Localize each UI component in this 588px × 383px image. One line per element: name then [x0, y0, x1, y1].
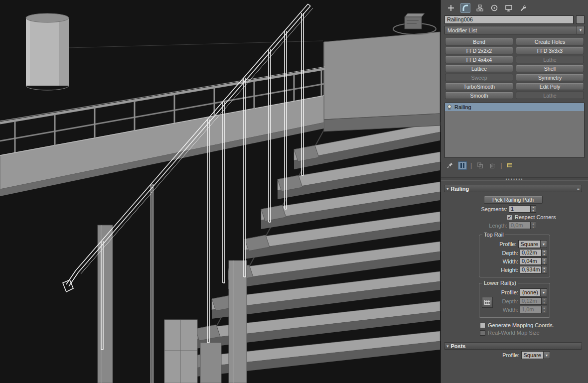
panel-splitter[interactable]: [441, 177, 588, 181]
modifier-button-turbosmooth[interactable]: TurboSmooth: [445, 83, 513, 90]
hierarchy-icon: [476, 4, 484, 12]
modifier-button-edit-poly[interactable]: Edit Poly: [516, 83, 584, 90]
toolbar-separator: |: [500, 161, 502, 169]
viewport-scene: [0, 0, 441, 383]
length-row: Length: 0,0m: [444, 222, 582, 229]
modifier-stack-list[interactable]: Railing: [444, 103, 585, 158]
modifier-stack-item-label: Railing: [454, 104, 471, 110]
tab-hierarchy[interactable]: [475, 3, 485, 13]
railing-rollout-body: Pick Railing Path Segments: 1 Respect Co…: [444, 196, 582, 336]
spinner-down-icon[interactable]: [542, 301, 547, 305]
motion-icon: [490, 4, 498, 12]
lower-rail-depth-input[interactable]: 0,12m: [520, 297, 542, 305]
modifier-button-shell[interactable]: Shell: [516, 65, 584, 72]
right-wall-geometry: [324, 32, 440, 131]
generate-mapping-row: Generate Mapping Coords.: [480, 322, 582, 328]
spinner-down-icon[interactable]: [531, 209, 536, 213]
spinner-down-icon[interactable]: [531, 226, 536, 229]
chevron-down-icon: [540, 289, 547, 296]
top-rail-width-row: Width: 0,04m: [482, 257, 547, 265]
show-end-result-icon[interactable]: [458, 161, 467, 170]
real-world-label: Real-World Map Size: [488, 330, 540, 336]
modifier-button-bend[interactable]: Bend: [445, 38, 513, 45]
profile-label: Profile:: [482, 289, 520, 295]
dropdown-value: (none): [520, 289, 540, 296]
lower-rail-spacing-button[interactable]: [482, 297, 493, 308]
spinner-down-icon[interactable]: [542, 261, 547, 265]
lower-rail-group-title: Lower Rail(s): [482, 280, 518, 286]
modifier-stack-item-railing[interactable]: Railing: [445, 103, 584, 111]
depth-spinner[interactable]: [542, 297, 547, 305]
pick-railing-path-button[interactable]: Pick Railing Path: [484, 196, 543, 204]
width-spinner[interactable]: [542, 257, 547, 265]
object-name-row: Railing006: [441, 14, 588, 25]
modifier-button-create-holes[interactable]: Create Holes: [516, 38, 584, 45]
top-rail-width-input[interactable]: 0,04m: [520, 257, 542, 265]
spinner-down-icon[interactable]: [542, 270, 547, 273]
rollout-header-posts[interactable]: Posts: [444, 342, 582, 350]
dropdown-value: Square: [522, 352, 543, 359]
posts-profile-row: Profile: Square: [479, 351, 550, 359]
top-rail-profile-row: Profile: Square: [482, 240, 547, 248]
object-color-swatch[interactable]: [576, 15, 585, 24]
modifier-list-dropdown[interactable]: Modifier List ▾: [444, 26, 585, 34]
respect-corners-checkbox[interactable]: [507, 215, 512, 220]
spinner-down-icon[interactable]: [542, 253, 547, 256]
modifier-button-lattice[interactable]: Lattice: [445, 65, 513, 72]
spinner-down-icon[interactable]: [542, 310, 547, 313]
real-world-row: Real-World Map Size: [480, 330, 582, 336]
tab-create[interactable]: [446, 3, 456, 13]
depth-label: Depth:: [482, 250, 520, 256]
visibility-bulb-icon[interactable]: [446, 104, 452, 111]
segments-spinner[interactable]: [531, 205, 536, 213]
tab-display[interactable]: [504, 3, 514, 13]
pin-stack-icon[interactable]: [445, 161, 454, 170]
modifier-list-label: Modifier List: [445, 27, 577, 33]
depth-spinner[interactable]: [542, 249, 547, 256]
respect-corners-label: Respect Corners: [515, 214, 556, 220]
posts-profile-dropdown[interactable]: Square: [521, 351, 550, 359]
real-world-checkbox[interactable]: [480, 330, 485, 336]
height-spinner[interactable]: [542, 266, 547, 273]
top-rail-depth-input[interactable]: 0,02m: [520, 249, 542, 256]
rollout-menu-icon[interactable]: ≡: [577, 186, 580, 191]
modifier-button-smooth[interactable]: Smooth: [445, 92, 513, 99]
respect-corners-row: Respect Corners: [444, 214, 582, 220]
chevron-down-icon: [543, 352, 550, 359]
create-icon: [447, 4, 455, 12]
length-input[interactable]: 0,0m: [509, 222, 531, 229]
top-rail-profile-dropdown[interactable]: Square: [518, 240, 547, 248]
make-unique-icon[interactable]: [475, 161, 484, 170]
rollout-header-railing[interactable]: Railing ≡: [444, 185, 582, 192]
width-spinner[interactable]: [542, 306, 547, 313]
tab-motion[interactable]: [489, 3, 499, 13]
display-icon: [505, 4, 513, 12]
lower-rail-profile-dropdown[interactable]: (none): [520, 288, 547, 296]
modifier-button-sweep[interactable]: Sweep: [445, 74, 513, 81]
modifier-button-lathe-1[interactable]: Lathe: [516, 56, 584, 63]
utilities-icon: [519, 4, 527, 12]
generate-mapping-checkbox[interactable]: [480, 323, 485, 328]
modifier-button-ffd-4x4x4[interactable]: FFD 4x4x4: [445, 56, 513, 63]
modifier-button-ffd-3x3x3[interactable]: FFD 3x3x3: [516, 47, 584, 54]
modifier-button-symmetry[interactable]: Symmetry: [516, 74, 584, 81]
modifier-stack-toolbar: | |: [441, 158, 588, 171]
top-rail-height-row: Height: 0,934m: [482, 266, 547, 273]
rollout-title: Posts: [451, 343, 466, 349]
modifier-button-lathe-2[interactable]: Lathe: [516, 92, 584, 99]
viewport-3d[interactable]: [0, 0, 441, 383]
width-label: Width:: [482, 258, 520, 264]
segments-input[interactable]: 1: [509, 205, 531, 213]
remove-modifier-icon[interactable]: [488, 161, 497, 170]
length-spinner[interactable]: [531, 222, 536, 229]
command-panel-tabs: [441, 0, 588, 14]
modifier-button-ffd-2x2x2[interactable]: FFD 2x2x2: [445, 47, 513, 54]
configure-modifier-sets-icon[interactable]: [505, 161, 514, 170]
lower-rail-width-input[interactable]: 1,0m: [520, 306, 542, 313]
top-rail-height-input[interactable]: 0,934m: [520, 266, 542, 273]
object-name-field[interactable]: Railing006: [444, 15, 574, 24]
rollout-area: Railing ≡ Pick Railing Path Segments: 1 …: [441, 183, 588, 359]
top-rail-group-title: Top Rail: [482, 232, 505, 238]
tab-modify[interactable]: [460, 3, 470, 13]
tab-utilities[interactable]: [518, 3, 528, 13]
